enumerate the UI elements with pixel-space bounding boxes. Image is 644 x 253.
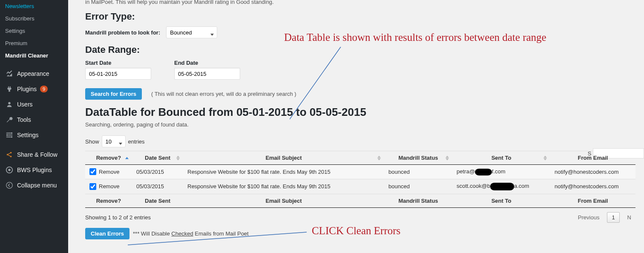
clean-errors-button[interactable]: Clean Errors (85, 228, 129, 239)
sidebar-item-label: BWS Plugins (17, 167, 52, 173)
sidebar-item-tools[interactable]: Tools (0, 112, 68, 127)
main-content: in MailPoet. This will help you maintain… (77, 0, 644, 239)
col-date-sent[interactable]: Date Sent (132, 151, 183, 165)
paginate-previous[interactable]: Previous (574, 213, 604, 222)
remove-checkbox-label[interactable]: Remove (89, 168, 128, 175)
intro-text-cutoff: in MailPoet. This will help you maintain… (85, 0, 635, 5)
foot-sent-to: Sent To (452, 194, 550, 207)
sort-icon (125, 157, 129, 159)
sidebar-item-settings[interactable]: Settings (0, 127, 68, 143)
admin-sidebar: Newsletters Subscribers Settings Premium… (0, 0, 68, 253)
collapse-menu[interactable]: Collapse menu (0, 178, 68, 193)
end-date-input[interactable] (174, 68, 240, 80)
search-for-errors-button[interactable]: Search for Errors (85, 88, 142, 100)
cell-from: notify@honestcoders.com (550, 165, 635, 179)
foot-date-sent: Date Sent (132, 194, 183, 207)
svg-point-12 (6, 182, 12, 188)
appearance-icon (5, 69, 14, 78)
sidebar-item-newsletters[interactable]: Newsletters (0, 0, 68, 12)
sort-icon (543, 155, 547, 160)
search-note: ( This will not clean errors yet, will d… (151, 91, 296, 97)
errors-table: Remove? Date Sent Email Subject Mandrill… (85, 151, 635, 208)
cell-sent-to: scott.cook@ba.com (452, 179, 550, 194)
svg-point-9 (10, 156, 12, 158)
start-date-label: Start Date (85, 60, 151, 66)
collapse-label: Collapse menu (17, 182, 57, 189)
start-date-input[interactable] (85, 68, 151, 80)
svg-point-8 (10, 152, 12, 154)
col-remove[interactable]: Remove? (85, 151, 132, 165)
mandrill-problem-label: Mandrill problem to look for: (85, 29, 160, 36)
remove-text: Remove (99, 169, 119, 175)
datatable-title: DataTable for Bounced from 05-01-2015 to… (85, 106, 635, 119)
sidebar-item-label: Appearance (17, 70, 49, 77)
mandrill-problem-select[interactable]: Bounced (166, 26, 217, 38)
paginate-next[interactable]: N (623, 213, 635, 222)
sidebar-item-appearance[interactable]: Appearance (0, 66, 68, 81)
show-label: Show (85, 138, 99, 145)
paginate-page-1[interactable]: 1 (607, 212, 619, 223)
cell-sent-to: petra@f.com (452, 165, 550, 179)
svg-rect-1 (6, 133, 11, 134)
users-icon (5, 100, 14, 109)
svg-point-4 (11, 132, 13, 134)
sort-icon (377, 155, 381, 160)
svg-point-11 (8, 169, 10, 171)
entries-length-select[interactable]: 10 (102, 135, 126, 147)
clean-errors-note: *** Will Disable Checked Emails from Mai… (133, 230, 249, 237)
cell-status: bounced (384, 179, 452, 194)
sidebar-item-label: Share & Follow (17, 151, 58, 158)
sidebar-item-plugins[interactable]: Plugins 9 (0, 81, 68, 97)
sidebar-item-premium[interactable]: Premium (0, 37, 68, 49)
col-subject[interactable]: Email Subject (183, 151, 384, 165)
table-row: Remove 05/03/2015 Responsive Website for… (85, 179, 635, 194)
cell-status: bounced (384, 165, 452, 179)
remove-checkbox[interactable] (89, 168, 96, 175)
remove-checkbox[interactable] (89, 183, 96, 190)
sidebar-item-bws-plugins[interactable]: BWS Plugins (0, 162, 68, 178)
cell-from: notify@honestcoders.com (550, 179, 635, 194)
sidebar-item-label: Settings (17, 132, 39, 138)
end-date-label: End Date (174, 60, 240, 66)
sidebar-item-share-follow[interactable]: Share & Follow (0, 147, 68, 162)
settings-icon (5, 131, 14, 139)
col-status[interactable]: Mandrill Status (384, 151, 452, 165)
cell-date: 05/03/2015 (132, 179, 183, 194)
sort-icon (446, 155, 449, 160)
table-row: Remove 05/03/2015 Responsive Website for… (85, 165, 635, 179)
sidebar-item-mandrill-cleaner[interactable]: Mandrill Cleaner (0, 49, 68, 62)
sidebar-item-label: Tools (17, 116, 31, 123)
redacted-text (490, 183, 514, 190)
plugins-update-badge: 9 (40, 86, 48, 92)
foot-from: From Email (550, 194, 635, 207)
cell-subject: Responsive Website for $100 flat rate. E… (183, 165, 384, 179)
svg-point-0 (8, 102, 10, 104)
remove-checkbox-label[interactable]: Remove (89, 183, 128, 190)
foot-status: Mandrill Status (384, 194, 452, 207)
date-range-heading: Date Range: (85, 44, 635, 55)
cell-subject: Responsive Website for $100 flat rate. E… (183, 179, 384, 194)
redacted-text (475, 169, 492, 175)
svg-point-6 (11, 136, 13, 138)
foot-remove: Remove? (85, 194, 132, 207)
sidebar-item-label: Plugins (17, 86, 37, 92)
collapse-icon (5, 181, 14, 190)
sidebar-item-subscribers[interactable]: Subscribers (0, 12, 68, 25)
col-from[interactable]: From Email (550, 151, 635, 165)
cell-date: 05/03/2015 (132, 165, 183, 179)
sidebar-item-settings-sub[interactable]: Settings (0, 25, 68, 37)
sort-icon (176, 155, 180, 160)
entries-label: entries (128, 138, 145, 145)
sidebar-item-users[interactable]: Users (0, 97, 68, 112)
col-sent-to[interactable]: Sent To (452, 151, 550, 165)
share-icon (5, 150, 14, 159)
foot-subject: Email Subject (183, 194, 384, 207)
error-type-heading: Error Type: (85, 11, 635, 22)
svg-rect-2 (8, 135, 12, 135)
tools-icon (5, 115, 14, 124)
sidebar-item-label: Users (17, 101, 33, 108)
bws-icon (5, 166, 14, 174)
datatable-paginate: Previous 1 N (574, 212, 635, 223)
plugins-icon (5, 85, 14, 93)
svg-rect-3 (6, 137, 11, 138)
